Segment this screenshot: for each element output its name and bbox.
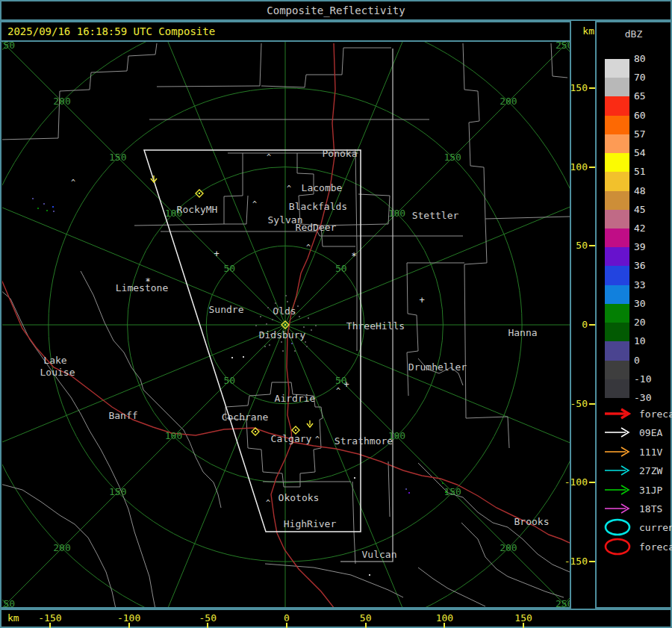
right-axis-tick — [589, 87, 595, 89]
legend-row: forecast — [601, 408, 671, 421]
dbz-scale-value: 65 — [634, 90, 667, 102]
bottom-axis-tick-label: 0 — [264, 612, 309, 624]
dbz-scale-block — [605, 228, 629, 247]
bottom-axis-tick-label: -100 — [107, 612, 152, 624]
dbz-scale-block — [605, 153, 629, 172]
legend-arrow-icon — [603, 463, 634, 481]
legend-label: current — [639, 522, 672, 533]
right-axis-tick-label: -100 — [556, 476, 588, 488]
bottom-axis-tick-label: 100 — [422, 612, 467, 624]
dbz-scale-value: 57 — [634, 128, 667, 140]
right-axis-tick-label: 100 — [556, 161, 588, 172]
bottom-axis-tick-label: 150 — [501, 612, 546, 624]
bottom-axis-tick — [286, 623, 287, 628]
bottom-axis-tick-label: -150 — [28, 612, 72, 624]
dbz-scale-block — [605, 323, 629, 341]
dbz-scale-value: 60 — [634, 110, 667, 121]
dbz-scale-value: 0 — [634, 355, 667, 366]
dbz-scale-block — [605, 134, 629, 153]
legend-label: 18TS — [639, 503, 662, 514]
bottom-axis-tick — [444, 623, 445, 628]
legend-row: 09EA — [601, 426, 671, 440]
legend-row: current — [601, 521, 671, 535]
dbz-scale-value: 30 — [634, 298, 667, 309]
right-axis-tick — [589, 482, 595, 483]
right-axis-unit-label: km — [572, 25, 594, 37]
dbz-scale-block — [605, 78, 629, 96]
dbz-scale-block — [605, 59, 629, 78]
title-bar: Composite_Reflectivity — [0, 0, 672, 21]
bottom-axis-tick-label: 50 — [343, 612, 388, 624]
right-axis-tick-label: -50 — [556, 398, 588, 409]
right-axis-tick — [589, 167, 595, 168]
dbz-scale-block — [605, 172, 629, 190]
dbz-scale-value: 45 — [634, 204, 667, 215]
dbz-scale-value: 33 — [634, 279, 667, 290]
dbz-scale-block — [605, 191, 629, 210]
timestamp-label: 2025/09/16 16:18:59 UTC Composite — [1, 25, 215, 37]
legend-row: 27ZW — [601, 464, 671, 478]
dbz-scale-block — [605, 379, 629, 398]
dbz-scale-value: 36 — [634, 260, 667, 271]
legend-row: 111V — [601, 446, 671, 459]
dbz-scale-block — [605, 116, 629, 134]
legend-label: forecast — [639, 408, 672, 420]
radar-application-window: Composite_Reflectivity 2025/09/16 16:18:… — [0, 0, 672, 628]
legend-ellipse-icon — [603, 518, 634, 536]
right-axis-tick-label: -150 — [556, 556, 588, 567]
bottom-axis-unit-label: km — [7, 612, 19, 624]
bottom-axis-tick — [365, 623, 367, 628]
dbz-scale-value: 70 — [634, 72, 667, 83]
legend-label: forecast — [639, 541, 672, 553]
right-axis-tick — [589, 324, 595, 326]
dbz-scale-value: -30 — [634, 392, 667, 403]
bottom-axis: km -150-100-50050100150 — [0, 609, 672, 628]
dbz-scale-block — [605, 304, 629, 323]
legend-label: 31JP — [639, 485, 662, 496]
dbz-scale-block — [605, 210, 629, 228]
dbz-scale-panel: dBZ 807065605754514845423936333020100-10… — [595, 21, 672, 609]
right-axis-tick-label: 50 — [556, 240, 588, 251]
dbz-scale-value: 51 — [634, 166, 667, 177]
dbz-scale-block — [605, 96, 629, 115]
info-bar: 2025/09/16 16:18:59 UTC Composite — [1, 22, 570, 42]
bottom-axis-tick — [49, 623, 51, 628]
dbz-scale-value: 39 — [634, 241, 667, 252]
right-axis-tick-label: 150 — [556, 82, 588, 93]
dbz-scale-block — [605, 266, 629, 285]
legend-arrow-icon — [603, 406, 634, 424]
dbz-scale-title: dBZ — [597, 28, 671, 40]
bottom-axis-tick — [207, 623, 208, 628]
legend-arrow-icon — [603, 444, 634, 462]
legend-row: 18TS — [601, 503, 671, 516]
dbz-scale-block — [605, 247, 629, 266]
right-axis-tick — [589, 561, 595, 562]
legend-label: 111V — [639, 447, 662, 458]
legend-row: 31JP — [601, 484, 671, 497]
legend-label: 09EA — [639, 427, 662, 438]
right-axis-tick-label: 0 — [556, 319, 588, 330]
dbz-scale-value: 48 — [634, 185, 667, 196]
dbz-scale-value: 42 — [634, 223, 667, 234]
right-axis-tick — [589, 403, 595, 405]
dbz-scale-value: -10 — [634, 373, 667, 385]
dbz-scale-value: 10 — [634, 335, 667, 346]
legend-arrow-icon — [603, 482, 634, 500]
legend-ellipse-icon — [603, 538, 634, 556]
dbz-scale-block — [605, 285, 629, 304]
dbz-scale-value: 54 — [634, 147, 667, 158]
dbz-scale-value: 80 — [634, 53, 667, 64]
legend-arrow-icon — [603, 425, 634, 443]
bottom-axis-tick-label: -50 — [185, 612, 230, 624]
dbz-scale-block — [605, 361, 629, 379]
bottom-axis-tick — [523, 623, 524, 628]
radar-map-canvas[interactable] — [2, 42, 569, 607]
window-title: Composite_Reflectivity — [267, 4, 405, 16]
dbz-scale-value: 20 — [634, 317, 667, 328]
right-axis-tick — [589, 245, 595, 246]
legend-row: forecast — [601, 541, 671, 554]
bottom-axis-tick — [128, 623, 130, 628]
legend-arrow-icon — [603, 501, 634, 519]
dbz-scale-block — [605, 341, 629, 360]
legend-label: 27ZW — [639, 465, 662, 476]
